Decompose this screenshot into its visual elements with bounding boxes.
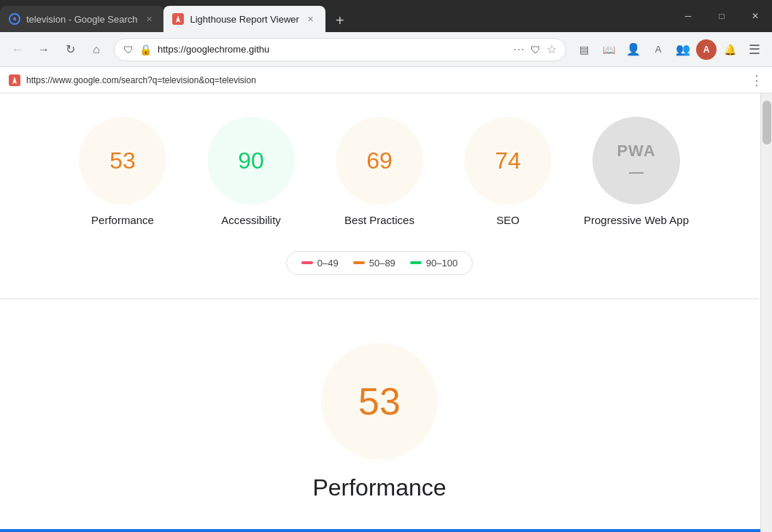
performance-inner: 53 bbox=[79, 117, 166, 204]
account-icon[interactable]: 👤 bbox=[622, 38, 645, 61]
big-gauge-inner: 53 bbox=[321, 343, 438, 460]
content-area: 53 Performance 90 bbox=[0, 93, 760, 532]
translate-icon[interactable]: A bbox=[646, 38, 670, 61]
tab-google-search[interactable]: television - Google Search ✕ bbox=[0, 6, 163, 32]
more-actions-icon[interactable]: ⋯ bbox=[513, 42, 525, 56]
performance-gauge: 53 bbox=[79, 117, 166, 204]
shield-check-icon: 🛡 bbox=[530, 44, 541, 55]
forward-button[interactable]: → bbox=[32, 38, 55, 61]
accessibility-label: Accessibility bbox=[221, 213, 281, 228]
lock-icon: 🔒 bbox=[139, 44, 152, 55]
legend-red-label: 0–49 bbox=[317, 258, 339, 269]
scrollbar-thumb[interactable] bbox=[763, 101, 771, 144]
profile-avatar[interactable]: A bbox=[696, 39, 717, 60]
menu-icon[interactable]: ☰ bbox=[743, 38, 766, 61]
browser-window: television - Google Search ✕ Lighthouse … bbox=[0, 0, 772, 532]
svg-point-1 bbox=[13, 18, 16, 20]
tab-lighthouse-label: Lighthouse Report Viewer bbox=[190, 14, 298, 25]
lighthouse-favicon-icon bbox=[172, 13, 184, 25]
legend-orange-label: 50–89 bbox=[369, 258, 395, 269]
best-practices-gauge: 69 bbox=[336, 117, 423, 204]
gauges-row: 53 Performance 90 bbox=[29, 117, 730, 228]
window-controls: ─ □ ✕ bbox=[671, 0, 772, 32]
legend-red-dot bbox=[301, 261, 313, 264]
accessibility-score: 90 bbox=[238, 147, 264, 174]
google-favicon-icon bbox=[9, 13, 20, 25]
content-area-wrapper: 53 Performance 90 bbox=[0, 93, 772, 532]
legend-orange-dot bbox=[353, 261, 365, 264]
nav-right-icons: ▤ 📖 👤 A 👥 A 🔔 ☰ bbox=[572, 38, 766, 61]
close-button[interactable]: ✕ bbox=[738, 0, 772, 32]
legend-bar: 0–49 50–89 90–100 bbox=[286, 251, 473, 275]
section-divider bbox=[0, 298, 759, 299]
nav-bar: ← → ↻ ⌂ 🛡 🔒 https://googlechrome.githu ⋯… bbox=[0, 32, 772, 67]
seo-label: SEO bbox=[496, 213, 520, 228]
performance-label: Performance bbox=[91, 213, 154, 228]
refresh-button[interactable]: ↻ bbox=[58, 38, 82, 61]
best-practices-inner: 69 bbox=[336, 117, 423, 204]
performance-section: 53 Performance bbox=[29, 328, 730, 501]
tab-google-close[interactable]: ✕ bbox=[143, 13, 155, 25]
title-bar: television - Google Search ✕ Lighthouse … bbox=[0, 0, 772, 32]
legend-green-dot bbox=[410, 261, 422, 264]
minimize-button[interactable]: ─ bbox=[671, 0, 705, 32]
address-bar[interactable]: 🛡 🔒 https://googlechrome.githu ⋯ 🛡 ☆ bbox=[114, 38, 566, 61]
legend-green-label: 90–100 bbox=[426, 258, 458, 269]
tab-google-label: television - Google Search bbox=[26, 14, 137, 25]
info-bar-more-icon[interactable]: ⋮ bbox=[750, 72, 763, 88]
pwa-gauge-wrapper[interactable]: PWA — Progressive Web App bbox=[578, 117, 695, 228]
bookmark-icon[interactable]: ☆ bbox=[547, 42, 557, 56]
tab-lighthouse-close[interactable]: ✕ bbox=[305, 13, 317, 25]
url-text: https://googlechrome.githu bbox=[158, 44, 507, 55]
scrollbar-track[interactable] bbox=[760, 93, 772, 532]
back-button[interactable]: ← bbox=[6, 38, 29, 61]
info-bar-url: https://www.google.com/search?q=televisi… bbox=[26, 75, 744, 85]
shield-icon: 🛡 bbox=[123, 44, 134, 55]
reading-mode-icon[interactable]: 📖 bbox=[597, 38, 620, 61]
accessibility-gauge: 90 bbox=[207, 117, 295, 204]
legend-orange: 50–89 bbox=[353, 258, 395, 269]
best-practices-score: 69 bbox=[366, 147, 393, 174]
big-performance-score: 53 bbox=[358, 379, 401, 423]
big-performance-label: Performance bbox=[312, 474, 446, 501]
seo-gauge-wrapper[interactable]: 74 SEO bbox=[449, 117, 566, 228]
new-tab-button[interactable]: + bbox=[328, 9, 352, 32]
performance-gauge-wrapper[interactable]: 53 Performance bbox=[64, 117, 181, 228]
lighthouse-container: 53 Performance 90 bbox=[0, 93, 759, 525]
legend-red: 0–49 bbox=[301, 258, 339, 269]
pwa-label: Progressive Web App bbox=[584, 213, 689, 228]
seo-score: 74 bbox=[495, 147, 521, 174]
seo-inner: 74 bbox=[464, 117, 552, 204]
bottom-progress-bar bbox=[0, 529, 760, 532]
accessibility-gauge-wrapper[interactable]: 90 Accessibility bbox=[193, 117, 309, 228]
performance-score: 53 bbox=[109, 147, 136, 174]
info-bar: https://www.google.com/search?q=televisi… bbox=[0, 67, 772, 93]
home-button[interactable]: ⌂ bbox=[85, 38, 108, 61]
pwa-letters: PWA bbox=[617, 142, 655, 161]
big-performance-gauge: 53 bbox=[321, 343, 438, 460]
best-practices-gauge-wrapper[interactable]: 69 Best Practices bbox=[321, 117, 438, 228]
info-bar-favicon-icon bbox=[9, 74, 20, 86]
library-icon[interactable]: ▤ bbox=[572, 38, 595, 61]
legend-green: 90–100 bbox=[410, 258, 458, 269]
best-practices-label: Best Practices bbox=[344, 213, 414, 228]
users-icon[interactable]: 👥 bbox=[671, 38, 695, 61]
seo-gauge: 74 bbox=[464, 117, 552, 204]
maximize-button[interactable]: □ bbox=[705, 0, 738, 32]
extension-icon[interactable]: 🔔 bbox=[718, 38, 741, 61]
pwa-gauge: PWA — bbox=[592, 117, 680, 204]
tab-lighthouse[interactable]: Lighthouse Report Viewer ✕ bbox=[163, 6, 325, 32]
pwa-dash: — bbox=[629, 163, 644, 180]
accessibility-inner: 90 bbox=[207, 117, 295, 204]
